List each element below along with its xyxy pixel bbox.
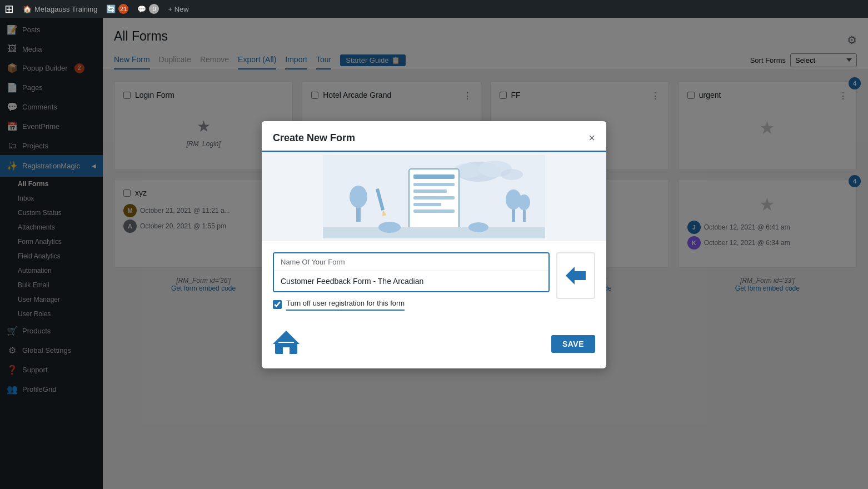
svg-rect-12 [413,174,455,179]
comments-icon: 💬 [137,5,146,13]
home-upload-icon [273,331,300,357]
updates-icon: 🔄 [106,4,116,13]
modal-footer: SAVE [262,331,606,368]
save-button[interactable]: SAVE [551,335,595,353]
svg-rect-13 [413,183,455,186]
modal-input-row: Name Of Your Form [273,252,595,299]
new-content-label: + New [168,5,188,13]
modal-overlay[interactable]: Create New Form × [0,0,868,489]
svg-rect-18 [323,227,545,238]
svg-rect-26 [283,347,290,354]
modal-form-area: Name Of Your Form Turn off user registra… [262,241,606,331]
svg-point-6 [350,186,367,208]
modal-title: Create New Form [273,132,355,151]
svg-rect-14 [413,189,447,193]
svg-point-19 [378,222,401,233]
user-registration-checkbox[interactable] [273,300,282,309]
comments-count: 0 [149,4,159,14]
form-field-input-row [274,271,548,291]
wp-logo-icon: ⊞ [4,2,14,16]
svg-point-20 [468,222,488,232]
back-arrow-icon [565,266,587,286]
home-icon: 🏠 [23,5,32,13]
modal-illustration [262,152,606,241]
modal-close-button[interactable]: × [588,132,595,150]
wp-logo-item[interactable]: ⊞ [4,2,14,16]
updates-count: 21 [118,4,128,14]
home-icon-svg [273,331,300,355]
site-name-item[interactable]: 🏠 Metagauss Training [23,5,97,13]
back-arrow-button[interactable] [556,252,595,299]
create-form-modal: Create New Form × [262,121,606,368]
svg-marker-25 [273,331,300,344]
checkbox-label: Turn off user registration for this form [286,299,405,311]
svg-rect-16 [413,203,441,206]
svg-point-10 [518,194,530,210]
form-name-field-group: Name Of Your Form [273,252,550,292]
comments-item[interactable]: 💬 0 [137,4,159,14]
updates-item[interactable]: 🔄 21 [106,4,128,14]
site-name: Metagauss Training [34,5,97,13]
form-name-label: Name Of Your Form [274,253,548,271]
svg-point-4 [501,169,523,180]
form-name-input[interactable] [274,271,548,291]
admin-bar: ⊞ 🏠 Metagauss Training 🔄 21 💬 0 + New [0,0,868,18]
checkbox-row: Turn off user registration for this form [273,299,595,311]
new-content-item[interactable]: + New [168,5,188,13]
svg-rect-17 [413,209,455,213]
svg-rect-15 [413,196,455,199]
svg-marker-23 [566,267,586,285]
modal-header: Create New Form × [262,121,606,152]
illustration-svg [323,155,545,238]
